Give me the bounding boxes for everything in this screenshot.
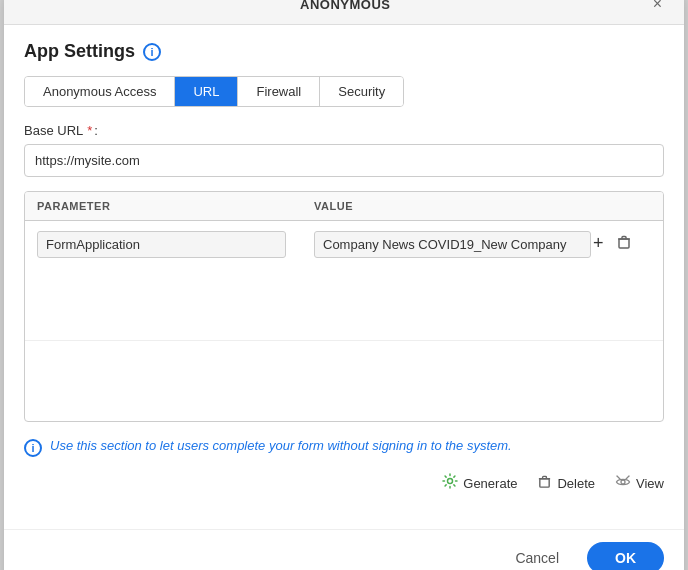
info-icon[interactable]: i	[143, 43, 161, 61]
tab-security[interactable]: Security	[320, 77, 403, 106]
delete-icon	[537, 474, 552, 492]
parameter-input[interactable]	[37, 231, 286, 258]
value-input[interactable]	[314, 231, 591, 258]
modal: ANONYMOUS × App Settings i Anonymous Acc…	[4, 0, 684, 570]
app-settings-header: App Settings i	[24, 41, 664, 62]
hint-text: Use this section to let users complete y…	[50, 438, 512, 453]
app-settings-title: App Settings	[24, 41, 135, 62]
gear-icon	[442, 473, 458, 493]
base-url-label: Base URL*:	[24, 123, 664, 138]
svg-rect-2	[540, 479, 549, 487]
tab-anonymous-access[interactable]: Anonymous Access	[25, 77, 175, 106]
delete-param-button[interactable]	[614, 232, 634, 256]
cancel-button[interactable]: Cancel	[499, 542, 575, 570]
generate-button[interactable]: Generate	[442, 473, 517, 493]
svg-line-4	[617, 476, 620, 479]
close-button[interactable]: ×	[647, 0, 668, 14]
hint-icon: i	[24, 439, 42, 457]
view-label: View	[636, 476, 664, 491]
tabs-container: Anonymous Access URL Firewall Security	[24, 76, 404, 107]
col-value: VALUE	[314, 200, 591, 212]
modal-header: ANONYMOUS ×	[4, 0, 684, 25]
toolbar-row: Generate Delete	[24, 473, 664, 493]
base-url-input[interactable]	[24, 144, 664, 177]
params-table-header: PARAMETER VALUE	[25, 192, 663, 221]
view-button[interactable]: View	[615, 474, 664, 493]
ok-button[interactable]: OK	[587, 542, 664, 570]
trash-icon	[616, 234, 632, 250]
col-parameter: PARAMETER	[37, 200, 314, 212]
generate-label: Generate	[463, 476, 517, 491]
table-row: +	[25, 221, 663, 341]
tab-firewall[interactable]: Firewall	[238, 77, 320, 106]
delete-label: Delete	[557, 476, 595, 491]
param-input-cell	[37, 231, 314, 258]
value-input-cell	[314, 231, 591, 258]
modal-title: ANONYMOUS	[44, 0, 647, 12]
param-actions: +	[591, 231, 651, 256]
delete-button[interactable]: Delete	[537, 474, 595, 492]
params-table: PARAMETER VALUE +	[24, 191, 664, 422]
add-param-button[interactable]: +	[591, 231, 606, 256]
svg-rect-0	[619, 239, 629, 248]
tab-url[interactable]: URL	[175, 77, 238, 106]
hint-row: i Use this section to let users complete…	[24, 438, 664, 457]
svg-point-3	[621, 480, 625, 484]
modal-body: App Settings i Anonymous Access URL Fire…	[4, 25, 684, 529]
params-empty-space	[25, 341, 663, 421]
svg-point-1	[448, 479, 453, 484]
svg-line-5	[626, 476, 629, 479]
modal-footer: Cancel OK	[4, 529, 684, 570]
view-icon	[615, 474, 631, 493]
